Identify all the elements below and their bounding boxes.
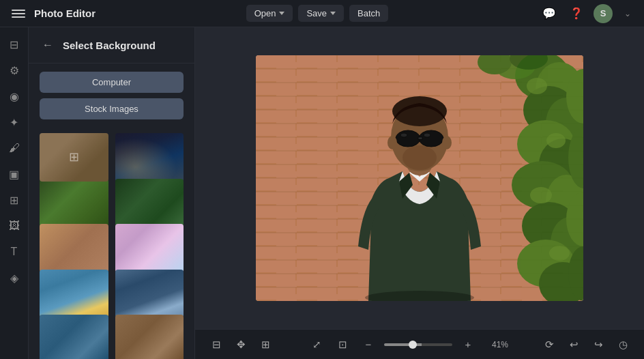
save-label: Save (306, 8, 327, 18)
main: ⊟ ⚙ ◉ ✦ 🖌 ▣ ⊞ 🖼 T ◈ (0, 27, 644, 359)
thumbnail-4[interactable] (114, 177, 186, 229)
topbar: Photo Editor Open Save Batch 💬 ❓ S ⌄ (0, 0, 644, 27)
fit-view-button[interactable]: ⤢ (306, 334, 327, 355)
save-button[interactable]: Save (298, 5, 344, 22)
canvas-main (195, 27, 644, 329)
icon-sidebar: ⊟ ⚙ ◉ ✦ 🖌 ▣ ⊞ 🖼 T ◈ (0, 27, 29, 359)
expand-button[interactable]: ⌄ (619, 5, 636, 22)
apps-icon: ⊞ (10, 194, 18, 207)
redo-icon: ↪ (594, 339, 603, 351)
layers-tool-button[interactable]: ⊟ (206, 334, 226, 355)
thumbnail-5[interactable] (38, 222, 110, 274)
open-button[interactable]: Open (246, 5, 293, 22)
undo-button[interactable]: ↩ (564, 334, 584, 355)
panel-source-buttons: Computer Stock Images (29, 63, 194, 128)
sidebar-item-effects[interactable]: ✦ (3, 111, 26, 134)
stock-source-label: Stock Images (85, 104, 138, 114)
batch-button[interactable]: Batch (349, 5, 388, 22)
thumbnail-9[interactable] (38, 313, 110, 359)
eye-icon: ◉ (10, 90, 19, 103)
topbar-right: 💬 ❓ S ⌄ (539, 3, 636, 24)
history-button[interactable]: ◷ (613, 334, 633, 355)
svg-point-57 (400, 133, 407, 137)
batch-label: Batch (357, 8, 380, 18)
frame-icon: ▣ (9, 168, 19, 181)
crop-view-icon: ⊡ (338, 339, 347, 351)
layers-icon: ⊟ (10, 38, 18, 51)
computer-source-button[interactable]: Computer (40, 72, 184, 93)
svg-point-41 (527, 78, 547, 94)
main-canvas-svg (256, 55, 583, 301)
redo-button[interactable]: ↪ (588, 334, 609, 355)
stock-source-button[interactable]: Stock Images (40, 98, 184, 119)
menu-button[interactable] (8, 3, 29, 24)
thumbnail-1[interactable] (38, 132, 110, 183)
sidebar-item-text[interactable]: T (3, 240, 26, 263)
svg-rect-54 (418, 137, 422, 139)
thumbnail-2[interactable] (114, 132, 186, 183)
text-icon: T (11, 246, 18, 258)
thumbnail-6[interactable] (114, 222, 186, 274)
canvas-image (256, 55, 583, 301)
grid-tool-button[interactable]: ⊞ (255, 334, 276, 355)
thumbnail-3[interactable] (38, 177, 110, 229)
thumbnails-grid (29, 128, 194, 359)
bottom-toolbar: ⊟ ✥ ⊞ ⤢ ⊡ − (195, 329, 644, 359)
sidebar-item-adjustments[interactable]: ⚙ (3, 59, 26, 82)
avatar[interactable]: S (594, 4, 613, 23)
bottom-left-tools: ⊟ ✥ ⊞ (206, 334, 276, 355)
open-chevron-icon (279, 12, 284, 15)
move-tool-icon: ✥ (237, 339, 246, 351)
zoom-out-button[interactable]: − (358, 334, 379, 355)
help-button[interactable]: ❓ (566, 3, 587, 24)
crop-view-button[interactable]: ⊡ (332, 334, 353, 355)
stamp-icon: ◈ (10, 272, 18, 285)
open-label: Open (254, 8, 276, 18)
thumbnail-7[interactable] (38, 268, 110, 319)
sidebar-item-layers[interactable]: ⊟ (3, 33, 26, 56)
thumbnail-8[interactable] (114, 268, 186, 319)
avatar-initial: S (600, 8, 606, 18)
back-icon: ← (42, 39, 53, 51)
zoom-out-icon: − (366, 339, 372, 350)
svg-point-51 (402, 145, 437, 170)
back-button[interactable]: ← (40, 37, 56, 53)
zoom-slider[interactable] (384, 343, 452, 346)
panel-title: Select Background (63, 40, 156, 51)
sidebar-item-apps[interactable]: ⊞ (3, 188, 26, 212)
comment-button[interactable]: 💬 (539, 3, 559, 24)
save-chevron-icon (330, 12, 336, 15)
computer-source-label: Computer (92, 77, 131, 87)
help-icon: ❓ (570, 7, 583, 20)
svg-point-42 (546, 133, 566, 148)
refresh-button[interactable]: ⟳ (539, 334, 559, 355)
topbar-left: Photo Editor (8, 3, 96, 24)
fit-view-icon: ⤢ (312, 339, 321, 351)
brush-icon: 🖌 (9, 142, 20, 154)
svg-point-58 (424, 133, 430, 137)
sidebar-item-preview[interactable]: ◉ (3, 85, 26, 108)
layers-tool-icon: ⊟ (212, 339, 221, 351)
sidebar-item-stamp[interactable]: ◈ (3, 266, 26, 289)
svg-point-43 (530, 187, 552, 203)
background-panel: ← Select Background Computer Stock Image… (29, 27, 195, 359)
grid-tool-icon: ⊞ (261, 339, 270, 351)
topbar-center: Open Save Batch (96, 5, 539, 22)
comment-icon: 💬 (542, 7, 556, 20)
effects-icon: ✦ (10, 116, 18, 129)
svg-point-52 (396, 130, 420, 147)
bottom-right-tools: ⟳ ↩ ↪ ◷ (539, 334, 633, 355)
move-tool-button[interactable]: ✥ (231, 334, 251, 355)
zoom-label: 41% (484, 340, 508, 349)
thumbnail-10[interactable] (114, 313, 186, 359)
sliders-icon: ⚙ (10, 64, 19, 77)
sidebar-item-image[interactable]: 🖼 (3, 214, 26, 238)
sidebar-item-brush[interactable]: 🖌 (3, 137, 26, 160)
panel-header: ← Select Background (29, 27, 194, 63)
menu-icon (12, 7, 25, 20)
svg-point-44 (549, 246, 570, 261)
sidebar-item-frame[interactable]: ▣ (3, 162, 26, 186)
canvas-area: ⊟ ✥ ⊞ ⤢ ⊡ − (195, 27, 644, 359)
svg-point-59 (387, 136, 397, 149)
zoom-in-button[interactable]: + (458, 334, 478, 355)
